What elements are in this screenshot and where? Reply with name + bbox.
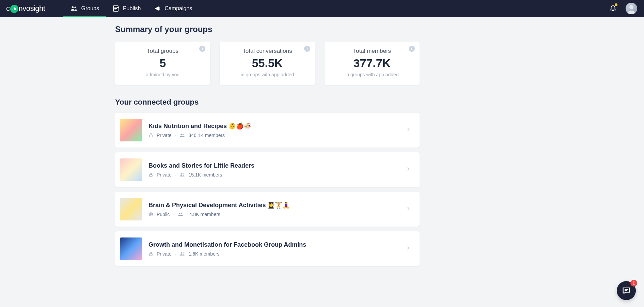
separator: · — [173, 212, 174, 217]
members-icon — [179, 251, 185, 256]
chevron-right-icon — [405, 245, 411, 252]
group-privacy: Public — [157, 212, 170, 217]
group-thumbnail — [120, 237, 142, 260]
svg-point-16 — [181, 173, 182, 174]
group-members: 14.8K members — [187, 212, 220, 217]
card-total-members: i Total members 377.7K in groups with ap… — [325, 42, 420, 85]
groups-list: Kids Nutrition and Recipes 👶🍎🍜Private·34… — [115, 113, 420, 266]
header-left: c nvosight Groups Publish — [6, 0, 199, 17]
notifications-button[interactable] — [609, 4, 617, 13]
separator: · — [175, 251, 176, 257]
card-value: 5 — [122, 57, 203, 70]
header-right — [609, 3, 637, 14]
notification-dot-icon — [615, 3, 617, 6]
members-icon — [179, 172, 185, 177]
card-sub: in groups with app added — [226, 72, 308, 77]
card-sub: admined by you — [122, 72, 203, 77]
group-card[interactable]: Growth and Monetisation for Facebook Gro… — [115, 231, 420, 266]
svg-rect-12 — [150, 135, 152, 137]
group-members: 346.1K members — [188, 133, 225, 138]
group-meta: Private·15.1K members — [148, 172, 399, 178]
card-sub: in groups with app added — [331, 72, 413, 77]
group-members: 15.1K members — [188, 172, 222, 178]
svg-rect-0 — [13, 9, 13, 10]
logo-mark-icon — [10, 5, 18, 13]
nav-label: Publish — [123, 5, 141, 12]
group-thumbnail — [120, 158, 142, 181]
separator: · — [175, 133, 176, 138]
svg-rect-1 — [14, 7, 15, 10]
summary-title: Summary of your groups — [115, 25, 420, 34]
logo-pre: c — [6, 4, 10, 13]
group-privacy: Private — [157, 172, 172, 178]
lock-icon — [148, 133, 153, 138]
group-thumbnail — [120, 119, 142, 141]
members-icon — [178, 212, 183, 217]
campaigns-icon — [154, 5, 161, 12]
group-card[interactable]: Kids Nutrition and Recipes 👶🍎🍜Private·34… — [115, 113, 420, 148]
group-card[interactable]: Brain & Physical Development Activities … — [115, 192, 420, 227]
card-value: 55.5K — [226, 57, 308, 70]
group-name: Kids Nutrition and Recipes 👶🍎🍜 — [148, 122, 399, 130]
card-label: Total members — [331, 48, 413, 55]
card-total-groups: i Total groups 5 admined by you — [115, 42, 210, 85]
app-header: c nvosight Groups Publish — [0, 0, 644, 17]
info-icon[interactable]: i — [409, 46, 415, 52]
svg-point-22 — [181, 252, 182, 254]
logo[interactable]: c nvosight — [6, 4, 45, 13]
nav-label: Campaigns — [164, 5, 192, 12]
svg-point-23 — [183, 252, 184, 253]
summary-cards: i Total groups 5 admined by you i Total … — [115, 42, 420, 85]
group-name: Brain & Physical Development Activities … — [148, 201, 399, 209]
main-content: Summary of your groups i Total groups 5 … — [115, 17, 420, 266]
svg-rect-2 — [15, 8, 16, 10]
nav-campaigns[interactable]: Campaigns — [147, 0, 199, 17]
info-icon[interactable]: i — [199, 46, 205, 52]
group-meta: Private·1.6K members — [148, 251, 399, 257]
group-name: Books and Stories for Little Readers — [148, 162, 399, 169]
group-body: Growth and Monetisation for Facebook Gro… — [148, 241, 399, 257]
globe-icon — [148, 212, 153, 217]
chevron-right-icon — [405, 205, 411, 213]
svg-point-17 — [183, 173, 184, 174]
card-label: Total conversations — [226, 48, 308, 55]
svg-point-3 — [72, 6, 74, 9]
group-members: 1.6K members — [188, 251, 219, 257]
group-meta: Public·14.8K members — [148, 212, 399, 217]
svg-point-20 — [181, 213, 182, 214]
card-value: 377.7K — [331, 57, 413, 70]
user-avatar[interactable] — [626, 3, 637, 14]
svg-point-14 — [183, 134, 184, 135]
info-icon[interactable]: i — [304, 46, 310, 52]
group-privacy: Private — [157, 133, 172, 138]
connected-title: Your connected groups — [115, 98, 420, 107]
nav-groups[interactable]: Groups — [63, 0, 106, 17]
publish-icon — [113, 5, 120, 12]
group-privacy: Private — [157, 251, 172, 257]
group-meta: Private·346.1K members — [148, 133, 399, 138]
lock-icon — [148, 172, 153, 177]
nav-publish[interactable]: Publish — [106, 0, 147, 17]
group-thumbnail — [120, 198, 142, 220]
nav-label: Groups — [81, 5, 99, 12]
group-body: Kids Nutrition and Recipes 👶🍎🍜Private·34… — [148, 122, 399, 138]
group-body: Books and Stories for Little ReadersPriv… — [148, 162, 399, 178]
separator: · — [175, 172, 176, 178]
chevron-right-icon — [405, 126, 411, 134]
members-icon — [179, 133, 185, 138]
card-total-conversations: i Total conversations 55.5K in groups wi… — [220, 42, 315, 85]
svg-point-4 — [75, 6, 76, 8]
svg-point-13 — [181, 134, 182, 135]
chevron-right-icon — [405, 166, 411, 173]
svg-point-19 — [179, 213, 180, 214]
groups-icon — [70, 6, 78, 11]
svg-rect-21 — [150, 254, 152, 256]
group-body: Brain & Physical Development Activities … — [148, 201, 399, 217]
lock-icon — [148, 251, 153, 256]
logo-post: nvosight — [19, 4, 45, 13]
group-name: Growth and Monetisation for Facebook Gro… — [148, 241, 399, 248]
card-label: Total groups — [122, 48, 203, 55]
svg-rect-15 — [150, 174, 152, 176]
main-nav: Groups Publish Campaigns — [63, 0, 199, 17]
group-card[interactable]: Books and Stories for Little ReadersPriv… — [115, 152, 420, 187]
